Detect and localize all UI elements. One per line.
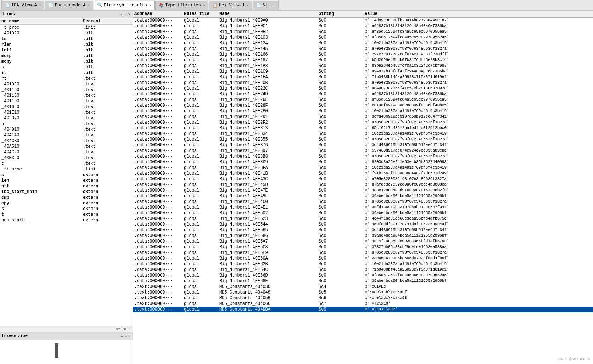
bottom-panel-close[interactable]: ✕ — [128, 334, 130, 338]
tab-pseudocode[interactable]: 📄 Pseudocode-A ✕ — [45, 1, 93, 10]
left-row[interactable]: rt.text — [0, 76, 133, 81]
findcrypt-row[interactable]: .data:000000···globalBig_Numbers1_40E2B0… — [133, 108, 593, 114]
findcrypt-row[interactable]: .data:000000···globalBig_Numbers1_40E26E… — [133, 97, 593, 103]
findcrypt-row[interactable]: .data:000000···globalBig_Numbers1_40E166… — [133, 52, 593, 57]
left-row[interactable]: _404CB0.text — [0, 138, 133, 144]
findcrypt-row[interactable]: .data:000000···globalBig_Numbers1_40E0C1… — [133, 23, 593, 29]
findcrypt-row[interactable]: .data:000000···globalBig_Numbers1_40E124… — [133, 40, 593, 46]
left-row[interactable]: _401020.plt — [0, 30, 133, 36]
findcrypt-row[interactable]: .data:000000···globalBig_Numbers1_40E586… — [133, 233, 593, 239]
findcrypt-row[interactable]: .data:000000···globalBig_Numbers1_40E1C9… — [133, 69, 593, 74]
left-row[interactable]: ntfextern — [0, 183, 133, 189]
tab-close-findcrypt[interactable]: ✕ — [149, 3, 151, 7]
tab-close-typelibs[interactable]: ✕ — [203, 3, 205, 7]
tab-strings[interactable]: 📄 St... — [253, 1, 279, 10]
findcrypt-row[interactable]: .data:000000···globalBig_Numbers1_40E544… — [133, 222, 593, 227]
findcrypt-row[interactable]: .data:000000···globalBig_Numbers1_40E334… — [133, 131, 593, 137]
findcrypt-row[interactable]: .text:000000···globalMD5_Constants_404DB… — [133, 307, 593, 312]
left-row[interactable]: _402370.text — [0, 115, 133, 121]
left-row[interactable]: it.plt — [0, 70, 133, 76]
tab-typelibs[interactable]: 📚 Type Libraries ✕ — [155, 1, 208, 10]
left-panel-maximize[interactable]: □ — [125, 12, 127, 16]
findcrypt-row[interactable]: .data:000000···globalBig_Numbers1_40E1EA… — [133, 74, 593, 80]
tab-close-pseudo[interactable]: ✕ — [88, 3, 90, 7]
findcrypt-row[interactable]: .data:000000···globalBig_Numbers1_40E0E2… — [133, 29, 593, 35]
left-row[interactable]: _401180.text — [0, 93, 133, 98]
findcrypt-row[interactable]: .data:000000···globalBig_Numbers1_40E66D… — [133, 273, 593, 278]
findcrypt-row[interactable]: .data:000000···globalBig_Numbers1_40E20B… — [133, 80, 593, 86]
left-row[interactable]: textern — [0, 212, 133, 217]
left-row[interactable]: _40AC20.text — [0, 149, 133, 155]
findcrypt-row[interactable]: .data:000000···globalBig_Numbers1_40E62B… — [133, 261, 593, 267]
left-row[interactable]: mcmp.plt — [0, 53, 133, 59]
findcrypt-row[interactable]: .data:000000···globalBig_Numbers1_40E22C… — [133, 86, 593, 91]
bottom-panel-maximize[interactable]: □ — [125, 334, 127, 338]
findcrypt-row[interactable]: .data:000000···globalBig_Numbers1_40E565… — [133, 227, 593, 233]
findcrypt-row[interactable]: .data:000000···globalBig_Numbers1_40E103… — [133, 35, 593, 40]
bottom-panel-minimize[interactable]: ▭ — [121, 334, 123, 338]
findcrypt-results-list[interactable]: .data:000000···globalBig_Numbers1_40E0A0… — [133, 18, 593, 364]
findcrypt-row[interactable]: .data:000000···globalBig_Numbers1_40E145… — [133, 46, 593, 52]
scroll-arrow[interactable]: › — [129, 327, 131, 331]
left-row[interactable]: _401190.text — [0, 98, 133, 104]
findcrypt-row[interactable]: .text:000000···globalMD5_Constants_40404… — [133, 290, 593, 295]
findcrypt-row[interactable]: .data:000000···globalBig_Numbers1_40E28F… — [133, 103, 593, 108]
findcrypt-row[interactable]: .data:000000···globalBig_Numbers1_40E523… — [133, 216, 593, 222]
left-row[interactable]: _rm_proc.fini — [0, 166, 133, 172]
findcrypt-row[interactable]: .data:000000···globalBig_Numbers1_40E60A… — [133, 256, 593, 261]
left-row[interactable]: rlen.plt — [0, 42, 133, 47]
findcrypt-row[interactable]: .data:000000···globalBig_Numbers1_40E4C0… — [133, 199, 593, 205]
left-row[interactable]: _t_proc.init — [0, 25, 133, 30]
left-row[interactable]: _4010E0.text — [0, 81, 133, 87]
left-function-list[interactable]: _t_proc.init_401020.pltts.pltrlen.pltint… — [0, 25, 133, 326]
tab-ida-view[interactable]: 📄 IDA View-A ✕ — [1, 1, 44, 10]
left-row[interactable]: intf.plt — [0, 47, 133, 53]
findcrypt-row[interactable]: .data:000000···globalBig_Numbers1_40E24D… — [133, 91, 593, 97]
findcrypt-row[interactable]: .data:000000···globalBig_Numbers1_40E4E1… — [133, 205, 593, 210]
left-row[interactable]: _404010.text — [0, 127, 133, 132]
findcrypt-row[interactable]: .text:000000···globalMD5_Constants_40405… — [133, 295, 593, 301]
left-panel-close[interactable]: ✕ — [128, 12, 130, 16]
tab-hexview[interactable]: 📋 Hex View-1 ✕ — [209, 1, 252, 10]
findcrypt-row[interactable]: .data:000000···globalBig_Numbers1_40E43C… — [133, 176, 593, 182]
left-row[interactable]: _4016F0.text — [0, 104, 133, 110]
left-row[interactable]: _40B3F0.text — [0, 155, 133, 161]
findcrypt-row[interactable]: .data:000000···globalBig_Numbers1_40E5C8… — [133, 244, 593, 250]
left-row[interactable]: c.text — [0, 161, 133, 166]
findcrypt-row[interactable]: .data:000000···globalBig_Numbers1_40E2F2… — [133, 120, 593, 125]
findcrypt-row[interactable]: .data:000000···globalBig_Numbers1_40E1A8… — [133, 63, 593, 69]
left-row[interactable]: sextern — [0, 206, 133, 212]
findcrypt-row[interactable]: .data:000000···globalBig_Numbers1_40E64C… — [133, 267, 593, 273]
left-row[interactable]: _404140.text — [0, 132, 133, 138]
findcrypt-row[interactable]: .data:000000···globalBig_Numbers1_40E68E… — [133, 278, 593, 284]
findcrypt-row[interactable]: .data:000000···globalBig_Numbers1_40E502… — [133, 210, 593, 216]
left-row[interactable]: n.text — [0, 121, 133, 127]
left-row[interactable]: ibc_start_mainextern — [0, 189, 133, 195]
left-row[interactable]: lenextern — [0, 178, 133, 183]
findcrypt-row[interactable]: .data:000000···globalBig_Numbers1_40E355… — [133, 137, 593, 142]
left-row[interactable]: _40A510.text — [0, 144, 133, 149]
findcrypt-row[interactable]: .data:000000···globalBig_Numbers1_40E397… — [133, 148, 593, 154]
findcrypt-row[interactable]: .data:000000···globalBig_Numbers1_40E313… — [133, 125, 593, 131]
findcrypt-row[interactable]: .text:000000···globalMD5_Constants_40403… — [133, 284, 593, 290]
left-row[interactable]: non_start__extern — [0, 217, 133, 223]
findcrypt-row[interactable]: .data:000000···globalBig_Numbers1_40E3B8… — [133, 154, 593, 159]
findcrypt-row[interactable]: .data:000000···globalBig_Numbers1_40E187… — [133, 57, 593, 63]
left-row[interactable]: _401150.text — [0, 87, 133, 93]
left-row[interactable]: _401E10.text — [0, 110, 133, 115]
findcrypt-row[interactable]: .data:000000···globalBig_Numbers1_40E3D9… — [133, 159, 593, 165]
tab-close-hexview[interactable]: ✕ — [247, 3, 249, 7]
findcrypt-row[interactable]: .data:000000···globalBig_Numbers1_40E49F… — [133, 193, 593, 199]
left-row[interactable]: s.plt — [0, 64, 133, 70]
findcrypt-row[interactable]: .data:000000···globalBig_Numbers1_40E41B… — [133, 171, 593, 176]
left-panel-minimize[interactable]: ▭ — [121, 12, 123, 16]
findcrypt-row[interactable]: .data:000000···globalBig_Numbers1_40E5A7… — [133, 239, 593, 244]
findcrypt-row[interactable]: .data:000000···globalBig_Numbers1_40E0A0… — [133, 18, 593, 23]
findcrypt-row[interactable]: .data:000000···globalBig_Numbers1_40E45D… — [133, 182, 593, 188]
findcrypt-row[interactable]: .data:000000···globalBig_Numbers1_40E2D1… — [133, 114, 593, 120]
left-row[interactable]: mcpy.plt — [0, 59, 133, 64]
left-row[interactable]: cmpextern — [0, 195, 133, 200]
findcrypt-row[interactable]: .data:000000···globalBig_Numbers1_40E5E9… — [133, 250, 593, 256]
findcrypt-row[interactable]: .data:000000···globalBig_Numbers1_40E376… — [133, 142, 593, 148]
findcrypt-row[interactable]: .data:000000···globalBig_Numbers1_40E3FA… — [133, 165, 593, 171]
